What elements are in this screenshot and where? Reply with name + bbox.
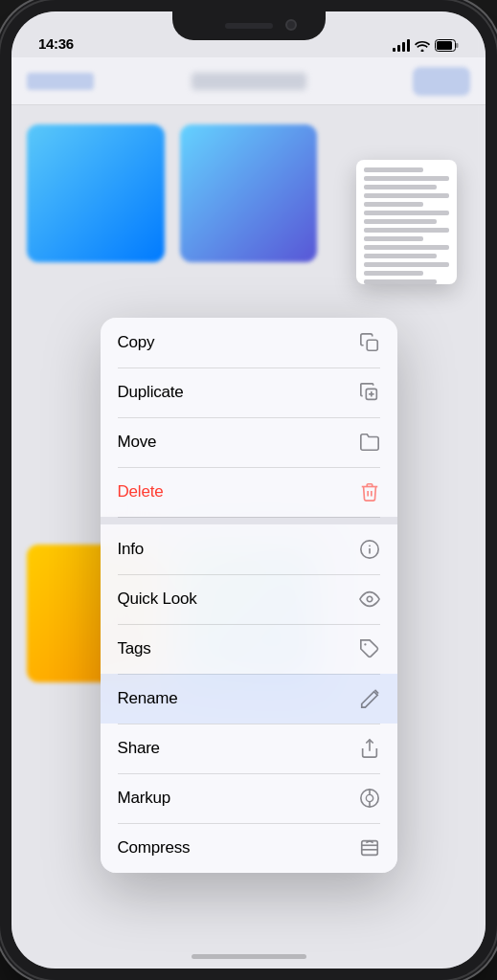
signal-bar-3 [402,42,405,52]
menu-item-compress[interactable]: Compress [101,823,397,873]
doc-line [364,228,449,233]
menu-label-move: Move [118,433,157,452]
menu-item-markup[interactable]: Markup [101,773,397,823]
copy-icon [359,332,380,353]
signal-bar-2 [397,45,400,52]
compress-icon [359,837,380,858]
svg-point-16 [366,794,373,801]
menu-label-copy: Copy [118,333,155,352]
duplicate-icon [359,382,380,403]
doc-line [364,193,449,198]
doc-line [364,185,437,189]
svg-rect-19 [361,841,377,856]
share-icon [359,738,380,759]
nav-back-blur [27,73,94,90]
menu-item-rename[interactable]: Rename [101,674,397,724]
file-thumb-1 [27,124,165,262]
menu-divider-1 [101,517,397,524]
signal-bar-4 [407,39,410,52]
doc-line [364,262,449,267]
signal-bar-1 [393,48,395,52]
context-menu: Copy Duplicate Move [101,318,397,873]
menu-label-compress: Compress [118,838,191,858]
menu-label-share: Share [118,739,160,758]
menu-label-info: Info [118,540,145,559]
phone-frame: 14:36 [0,0,497,980]
doc-line [364,167,423,172]
svg-rect-2 [437,41,452,50]
wifi-icon [415,39,430,52]
menu-item-move[interactable]: Move [101,417,397,467]
pencil-icon [359,688,380,709]
nav-title-blur [192,73,306,90]
menu-item-share[interactable]: Share [101,724,397,773]
info-icon [359,539,380,560]
notch-camera [285,19,297,31]
doc-line [364,219,437,224]
status-time: 14:36 [38,35,74,52]
menu-item-quicklook[interactable]: Quick Look [101,574,397,624]
doc-line [364,236,423,241]
svg-point-11 [367,596,373,602]
menu-item-duplicate[interactable]: Duplicate [101,368,397,417]
document-preview [356,160,457,284]
menu-label-tags: Tags [118,639,151,658]
eye-icon [359,589,380,610]
menu-label-rename: Rename [118,689,178,708]
tag-icon [359,638,380,659]
battery-icon [435,39,459,52]
markup-icon [359,788,380,809]
phone-screen: 14:36 [11,11,486,969]
home-indicator [192,954,306,959]
doc-line [364,211,449,215]
doc-line [364,245,449,250]
menu-item-delete[interactable]: Delete [101,467,397,517]
doc-line [364,279,437,284]
file-thumb-2 [180,124,318,262]
menu-label-markup: Markup [118,789,171,808]
notch [172,11,326,40]
menu-label-delete: Delete [118,482,164,501]
doc-line [364,176,449,181]
doc-line [364,254,437,258]
trash-icon [359,481,380,502]
navigation-bar [11,57,486,105]
svg-rect-3 [367,340,377,350]
menu-item-tags[interactable]: Tags [101,624,397,674]
notch-speaker [225,23,273,29]
menu-label-duplicate: Duplicate [118,383,184,402]
menu-item-info[interactable]: Info [101,524,397,574]
folder-icon [359,432,380,453]
nav-button-blur [413,67,470,96]
signal-bars [393,39,410,52]
menu-label-quicklook: Quick Look [118,590,197,609]
svg-rect-1 [456,43,459,48]
status-icons [393,39,459,52]
doc-line [364,202,423,207]
doc-line [364,271,423,276]
menu-item-copy[interactable]: Copy [101,318,397,368]
